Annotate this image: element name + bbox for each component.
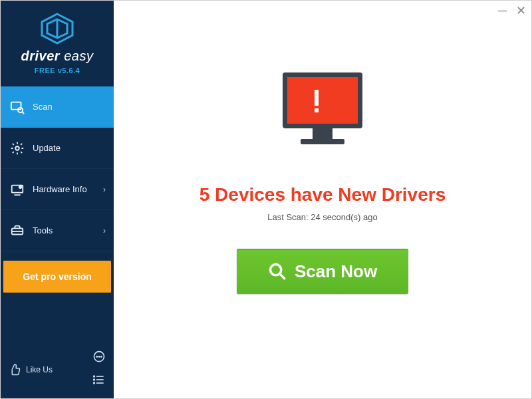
app-logo-icon <box>39 13 75 45</box>
sidebar-item-label: Scan <box>33 102 53 112</box>
gear-icon <box>10 141 25 156</box>
svg-point-21 <box>94 382 95 384</box>
svg-point-6 <box>15 146 19 150</box>
like-us-button[interactable]: Like Us <box>9 364 53 376</box>
svg-line-29 <box>281 275 285 279</box>
sidebar-item-hardware-info[interactable]: Hardware Info › <box>1 169 114 210</box>
svg-point-14 <box>98 356 99 357</box>
menu-icon[interactable] <box>92 373 106 389</box>
hardware-icon <box>10 182 25 197</box>
scan-result-headline: 5 Devices have New Drivers <box>200 184 446 205</box>
sidebar-item-update[interactable]: Update <box>1 128 114 169</box>
svg-point-15 <box>101 356 102 357</box>
scan-now-button[interactable]: Scan Now <box>237 249 408 294</box>
window-controls: ─ ✕ <box>498 5 526 17</box>
feedback-icon[interactable] <box>92 350 106 366</box>
svg-rect-25 <box>315 108 319 112</box>
sidebar-item-scan[interactable]: Scan <box>1 86 114 128</box>
bottom-icon-group <box>92 350 106 389</box>
minimize-button[interactable]: ─ <box>498 5 507 17</box>
get-pro-button[interactable]: Get pro version <box>3 261 111 293</box>
sidebar-nav: Scan Update Hardware Info › <box>1 86 114 251</box>
chevron-right-icon: › <box>103 185 106 194</box>
alert-monitor-graphic <box>273 67 372 156</box>
chevron-right-icon: › <box>103 226 106 235</box>
svg-rect-23 <box>287 77 358 124</box>
scan-now-label: Scan Now <box>295 261 377 282</box>
svg-rect-26 <box>313 128 332 139</box>
svg-rect-27 <box>301 139 344 144</box>
sidebar-item-label: Tools <box>33 225 53 235</box>
spacer <box>1 293 114 344</box>
svg-point-13 <box>96 356 97 357</box>
svg-point-28 <box>270 265 281 275</box>
svg-rect-24 <box>315 90 319 106</box>
svg-point-19 <box>94 376 95 377</box>
last-scan-label: Last Scan: 24 second(s) ago <box>267 212 378 222</box>
tools-icon <box>10 223 25 238</box>
brand-name: driver easy <box>1 49 114 64</box>
svg-point-20 <box>94 379 95 380</box>
scan-icon <box>10 100 25 114</box>
sidebar-bottom: Like Us <box>1 344 114 398</box>
get-pro-label: Get pro version <box>23 271 91 282</box>
svg-line-5 <box>22 112 24 114</box>
app-window: ─ ✕ driver easy FREE v5.6.4 Scan <box>0 0 532 399</box>
version-label: FREE v5.6.4 <box>1 66 114 74</box>
logo-block: driver easy FREE v5.6.4 <box>1 1 114 86</box>
close-button[interactable]: ✕ <box>516 5 526 17</box>
main-panel: 5 Devices have New Drivers Last Scan: 24… <box>114 1 531 398</box>
search-icon <box>268 262 287 281</box>
like-us-label: Like Us <box>26 365 53 374</box>
svg-point-9 <box>19 186 22 188</box>
sidebar-item-label: Update <box>33 143 61 153</box>
sidebar: driver easy FREE v5.6.4 Scan Update <box>1 1 114 398</box>
sidebar-item-label: Hardware Info <box>33 184 87 194</box>
thumbs-up-icon <box>9 364 21 376</box>
sidebar-item-tools[interactable]: Tools › <box>1 210 114 251</box>
